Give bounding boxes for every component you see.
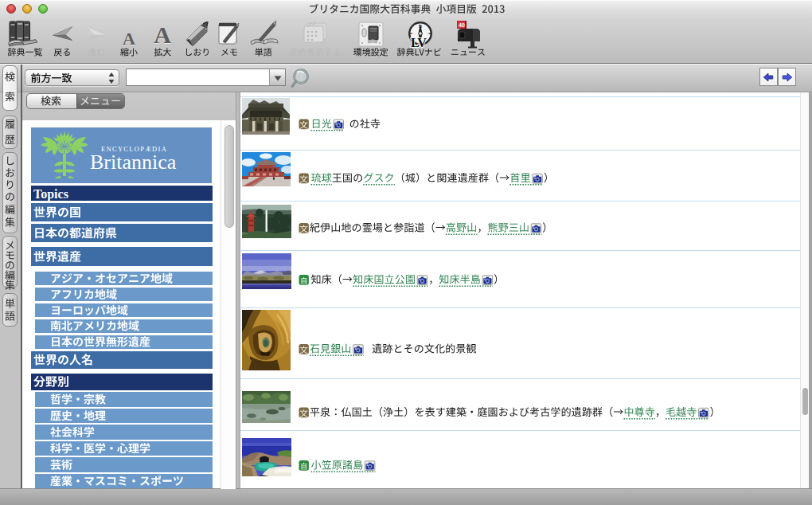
svg-text:LV: LV	[411, 36, 427, 49]
svg-text:40: 40	[459, 22, 465, 28]
svg-text:N: N	[419, 24, 423, 29]
